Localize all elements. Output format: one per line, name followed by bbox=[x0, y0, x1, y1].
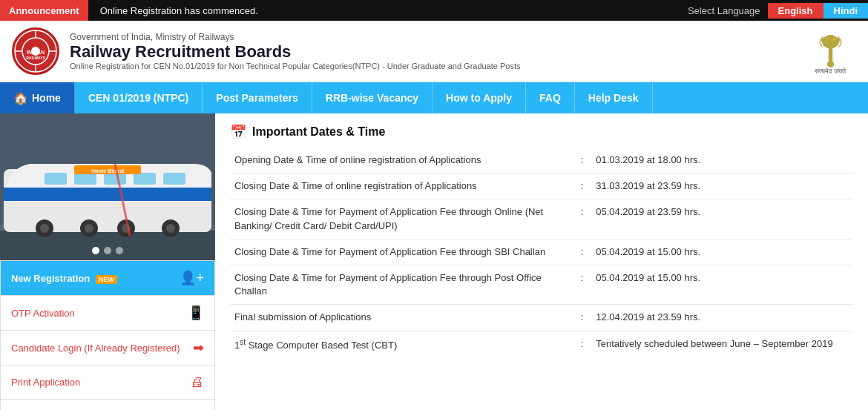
svg-point-13 bbox=[827, 35, 832, 40]
date-label-1: Opening Date & Time of online registrati… bbox=[230, 148, 573, 173]
main-content: Vande Bharat bbox=[0, 113, 868, 410]
right-panel: 📅 Important Dates & Time Opening Date & … bbox=[215, 113, 868, 410]
emblem: सत्यमेव जयते bbox=[804, 27, 856, 76]
svg-point-33 bbox=[166, 224, 175, 233]
svg-text:INDIAN: INDIAN bbox=[27, 50, 45, 55]
colon-4: : bbox=[573, 239, 591, 265]
language-section: Select Language English Hindi bbox=[680, 3, 868, 19]
carousel-dot-1[interactable] bbox=[92, 247, 99, 254]
section-title-text: Important Dates & Time bbox=[252, 125, 385, 139]
menu-otp-label: OTP Activation bbox=[11, 308, 75, 319]
menu-new-registration[interactable]: New Registration NEW 👤+ bbox=[1, 261, 214, 296]
dates-section: 📅 Important Dates & Time Opening Date & … bbox=[215, 113, 868, 368]
date-value-3: 05.04.2019 at 23.59 hrs. bbox=[591, 199, 853, 239]
colon-2: : bbox=[573, 173, 591, 199]
svg-rect-20 bbox=[74, 173, 96, 185]
table-row: Closing Date & Time for Payment of Appli… bbox=[230, 199, 853, 239]
print-icon: 🖨 bbox=[191, 374, 204, 390]
home-icon: 🏠 bbox=[13, 91, 28, 105]
date-value-2: 31.03.2019 at 23.59 hrs. bbox=[591, 173, 853, 199]
hindi-button[interactable]: Hindi bbox=[823, 3, 869, 19]
svg-text:RAILWAYS: RAILWAYS bbox=[26, 56, 45, 60]
svg-rect-23 bbox=[163, 173, 185, 185]
nav-post-params[interactable]: Post Parameters bbox=[203, 82, 312, 113]
nav-home-label: Home bbox=[32, 92, 61, 104]
ministry-text: Government of India, Ministry of Railway… bbox=[70, 32, 804, 42]
carousel-dot-2[interactable] bbox=[104, 247, 111, 254]
colon-1: : bbox=[573, 148, 591, 173]
menu-candidate-label: Candidate Login (If Already Registered) bbox=[11, 343, 180, 354]
nav-faq[interactable]: FAQ bbox=[526, 82, 575, 113]
announcement-text: Online Registration has commenced. bbox=[88, 5, 680, 16]
date-label-5: Closing Date & Time for Payment of Appli… bbox=[230, 265, 573, 304]
svg-rect-19 bbox=[45, 173, 67, 185]
table-row: Opening Date & Time of online registrati… bbox=[230, 148, 853, 173]
date-value-7: Tentatively scheduled between June – Sep… bbox=[591, 331, 853, 358]
date-label-6: Final submission of Applications bbox=[230, 305, 573, 331]
colon-7: : bbox=[573, 331, 591, 358]
nav-rrb-vacancy-label: RRB-wise Vacancy bbox=[326, 92, 418, 104]
carousel-dot-3[interactable] bbox=[116, 247, 123, 254]
rrb-title: Railway Recruitment Boards bbox=[70, 42, 804, 62]
menu-print-application[interactable]: Print Application 🖨 bbox=[1, 366, 214, 400]
nav-rrb-vacancy[interactable]: RRB-wise Vacancy bbox=[312, 82, 433, 113]
date-value-1: 01.03.2019 at 18.00 hrs. bbox=[591, 148, 853, 173]
header-subtitle: Online Registration for CEN No.01/2019 f… bbox=[70, 62, 804, 70]
date-label-3: Closing Date & Time for Payment of Appli… bbox=[230, 199, 573, 239]
train-image: Vande Bharat bbox=[0, 113, 215, 260]
date-label-7: 1st Stage Computer Based Test (CBT) bbox=[230, 331, 573, 358]
svg-rect-15 bbox=[0, 228, 215, 260]
menu-modify-application[interactable]: Modify Application ✏ bbox=[1, 400, 214, 410]
svg-rect-10 bbox=[828, 47, 832, 61]
table-row: Closing Date & Time for Payment of Appli… bbox=[230, 239, 853, 265]
table-row: Closing Date & Time for Payment of Appli… bbox=[230, 265, 853, 304]
date-label-4: Closing Date & Time for Payment of Appli… bbox=[230, 239, 573, 265]
svg-rect-22 bbox=[134, 173, 156, 185]
carousel-dots bbox=[92, 247, 123, 254]
menu-new-registration-label: New Registration NEW bbox=[11, 273, 117, 284]
nav-cen-label: CEN 01/2019 (NTPC) bbox=[88, 92, 188, 104]
header-text: Government of India, Ministry of Railway… bbox=[70, 32, 804, 70]
language-label: Select Language bbox=[680, 5, 768, 16]
left-menu: New Registration NEW 👤+ OTP Activation 📱… bbox=[0, 260, 215, 410]
colon-5: : bbox=[573, 265, 591, 304]
nav-helpdesk-label: Help Desk bbox=[588, 92, 639, 104]
menu-print-label: Print Application bbox=[11, 377, 80, 388]
announcement-bar: Announcement Online Registration has com… bbox=[0, 0, 868, 21]
date-value-5: 05.04.2019 at 15.00 hrs. bbox=[591, 265, 853, 304]
date-value-4: 05.04.2019 at 15.00 hrs. bbox=[591, 239, 853, 265]
menu-otp-activation[interactable]: OTP Activation 📱 bbox=[1, 296, 214, 331]
left-panel: Vande Bharat bbox=[0, 113, 215, 410]
dates-table: Opening Date & Time of online registrati… bbox=[230, 148, 853, 358]
calendar-icon: 📅 bbox=[230, 124, 246, 140]
table-row: 1st Stage Computer Based Test (CBT) : Te… bbox=[230, 331, 853, 358]
new-badge: NEW bbox=[96, 275, 117, 284]
svg-rect-18 bbox=[4, 188, 211, 201]
emblem-text: सत्यमेव जयते bbox=[815, 67, 846, 76]
svg-point-9 bbox=[826, 61, 833, 67]
navbar: 🏠 Home CEN 01/2019 (NTPC) Post Parameter… bbox=[0, 82, 868, 113]
colon-3: : bbox=[573, 199, 591, 239]
nav-how-to-apply[interactable]: How to Apply bbox=[433, 82, 526, 113]
table-row: Closing Date & Time of online registrati… bbox=[230, 173, 853, 199]
svg-rect-21 bbox=[104, 173, 126, 185]
menu-candidate-login[interactable]: Candidate Login (If Already Registered) … bbox=[1, 331, 214, 366]
section-title: 📅 Important Dates & Time bbox=[230, 124, 853, 140]
candidate-login-icon: ➡ bbox=[193, 340, 204, 356]
rrb-logo: INDIAN RAILWAYS bbox=[12, 27, 59, 75]
nav-cen[interactable]: CEN 01/2019 (NTPC) bbox=[75, 82, 203, 113]
otp-icon: 📱 bbox=[188, 305, 204, 321]
page-header: INDIAN RAILWAYS Government of India, Min… bbox=[0, 21, 868, 82]
nav-faq-label: FAQ bbox=[539, 92, 561, 104]
nav-home[interactable]: 🏠 Home bbox=[0, 82, 75, 113]
svg-text:Vande Bharat: Vande Bharat bbox=[91, 168, 125, 173]
nav-post-params-label: Post Parameters bbox=[216, 92, 298, 104]
svg-point-27 bbox=[40, 224, 49, 233]
announcement-label: Announcement bbox=[0, 0, 88, 21]
date-label-2: Closing Date & Time of online registrati… bbox=[230, 173, 573, 199]
table-row: Final submission of Applications : 12.04… bbox=[230, 305, 853, 331]
english-button[interactable]: English bbox=[768, 3, 823, 19]
nav-how-to-apply-label: How to Apply bbox=[446, 92, 512, 104]
nav-helpdesk[interactable]: Help Desk bbox=[575, 82, 653, 113]
date-value-6: 12.04.2019 at 23.59 hrs. bbox=[591, 305, 853, 331]
